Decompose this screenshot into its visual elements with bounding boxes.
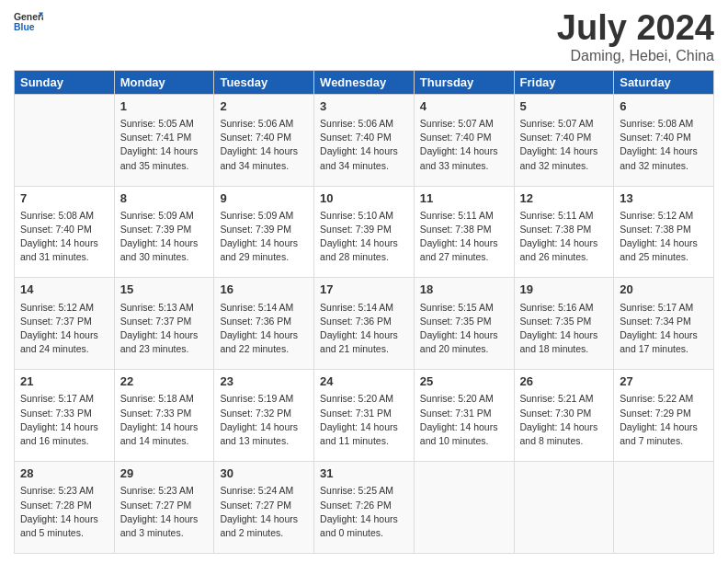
day-number: 16 [220,282,308,298]
week-row-0: 1Sunrise: 5:05 AM Sunset: 7:41 PM Daylig… [15,94,714,186]
day-number: 10 [320,190,408,207]
calendar-cell: 15Sunrise: 5:13 AM Sunset: 7:37 PM Dayli… [114,278,214,370]
col-saturday: Saturday [614,70,714,94]
day-number: 15 [120,282,209,298]
day-number: 22 [120,373,209,390]
day-number: 20 [620,282,708,298]
calendar-cell: 31Sunrise: 5:25 AM Sunset: 7:26 PM Dayli… [314,462,415,554]
week-row-4: 28Sunrise: 5:23 AM Sunset: 7:28 PM Dayli… [15,462,714,554]
cell-info: Sunrise: 5:09 AM Sunset: 7:39 PM Dayligh… [220,209,308,265]
day-number: 2 [220,98,308,115]
svg-text:General: General [14,12,43,22]
day-number: 1 [120,98,209,115]
day-number: 8 [120,190,209,207]
calendar-cell: 7Sunrise: 5:08 AM Sunset: 7:40 PM Daylig… [15,186,115,278]
cell-info: Sunrise: 5:20 AM Sunset: 7:31 PM Dayligh… [320,392,408,448]
day-number: 14 [20,282,108,298]
calendar-cell: 25Sunrise: 5:20 AM Sunset: 7:31 PM Dayli… [414,370,514,462]
day-number: 11 [420,190,508,207]
day-number: 13 [620,190,708,207]
day-number: 23 [220,373,308,390]
cell-info: Sunrise: 5:11 AM Sunset: 7:38 PM Dayligh… [420,209,508,265]
calendar-cell: 2Sunrise: 5:06 AM Sunset: 7:40 PM Daylig… [214,94,314,186]
calendar-cell [614,462,714,554]
calendar-cell: 13Sunrise: 5:12 AM Sunset: 7:38 PM Dayli… [614,186,714,278]
page: General Blue July 2024 Daming, Hebei, Ch… [0,0,728,563]
header: General Blue July 2024 Daming, Hebei, Ch… [14,9,714,64]
day-number: 24 [320,373,408,390]
col-monday: Monday [114,70,214,94]
day-number: 6 [620,98,708,115]
day-number: 25 [420,373,508,390]
calendar-cell: 16Sunrise: 5:14 AM Sunset: 7:36 PM Dayli… [214,278,314,370]
day-number: 4 [420,98,508,115]
calendar-cell: 12Sunrise: 5:11 AM Sunset: 7:38 PM Dayli… [514,186,614,278]
calendar-cell: 14Sunrise: 5:12 AM Sunset: 7:37 PM Dayli… [15,278,115,370]
calendar-cell: 21Sunrise: 5:17 AM Sunset: 7:33 PM Dayli… [15,370,115,462]
cell-info: Sunrise: 5:14 AM Sunset: 7:36 PM Dayligh… [220,301,308,357]
cell-info: Sunrise: 5:07 AM Sunset: 7:40 PM Dayligh… [420,117,508,173]
calendar-cell: 19Sunrise: 5:16 AM Sunset: 7:35 PM Dayli… [514,278,614,370]
day-number: 30 [220,465,308,482]
col-thursday: Thursday [414,70,514,94]
cell-info: Sunrise: 5:22 AM Sunset: 7:29 PM Dayligh… [620,392,708,448]
cell-info: Sunrise: 5:16 AM Sunset: 7:35 PM Dayligh… [520,301,609,357]
cell-info: Sunrise: 5:06 AM Sunset: 7:40 PM Dayligh… [320,117,408,173]
calendar-cell [15,94,115,186]
calendar-cell: 27Sunrise: 5:22 AM Sunset: 7:29 PM Dayli… [614,370,714,462]
cell-info: Sunrise: 5:24 AM Sunset: 7:27 PM Dayligh… [220,484,308,540]
week-row-1: 7Sunrise: 5:08 AM Sunset: 7:40 PM Daylig… [15,186,714,278]
cell-info: Sunrise: 5:13 AM Sunset: 7:37 PM Dayligh… [120,301,209,357]
day-number: 17 [320,282,408,298]
cell-info: Sunrise: 5:21 AM Sunset: 7:30 PM Dayligh… [520,392,609,448]
header-row: Sunday Monday Tuesday Wednesday Thursday… [15,70,714,94]
cell-info: Sunrise: 5:08 AM Sunset: 7:40 PM Dayligh… [620,117,708,173]
calendar-cell: 4Sunrise: 5:07 AM Sunset: 7:40 PM Daylig… [414,94,514,186]
calendar-cell: 18Sunrise: 5:15 AM Sunset: 7:35 PM Dayli… [414,278,514,370]
cell-info: Sunrise: 5:08 AM Sunset: 7:40 PM Dayligh… [20,209,108,265]
cell-info: Sunrise: 5:20 AM Sunset: 7:31 PM Dayligh… [420,392,508,448]
cell-info: Sunrise: 5:19 AM Sunset: 7:32 PM Dayligh… [220,392,308,448]
day-number: 12 [520,190,609,207]
cell-info: Sunrise: 5:18 AM Sunset: 7:33 PM Dayligh… [120,392,209,448]
day-number: 7 [20,190,108,207]
cell-info: Sunrise: 5:17 AM Sunset: 7:34 PM Dayligh… [620,301,708,357]
col-wednesday: Wednesday [314,70,415,94]
day-number: 21 [20,373,108,390]
title-block: July 2024 Daming, Hebei, China [557,9,714,64]
col-sunday: Sunday [15,70,115,94]
day-number: 18 [420,282,508,298]
svg-text:Blue: Blue [14,22,35,32]
day-number: 5 [520,98,609,115]
cell-info: Sunrise: 5:15 AM Sunset: 7:35 PM Dayligh… [420,301,508,357]
cell-info: Sunrise: 5:23 AM Sunset: 7:27 PM Dayligh… [120,484,209,540]
cell-info: Sunrise: 5:23 AM Sunset: 7:28 PM Dayligh… [20,484,108,540]
calendar-cell [514,462,614,554]
day-number: 31 [320,465,408,482]
calendar-cell: 5Sunrise: 5:07 AM Sunset: 7:40 PM Daylig… [514,94,614,186]
cell-info: Sunrise: 5:12 AM Sunset: 7:37 PM Dayligh… [20,301,108,357]
calendar-cell: 30Sunrise: 5:24 AM Sunset: 7:27 PM Dayli… [214,462,314,554]
main-title: July 2024 [557,9,714,48]
calendar-cell: 9Sunrise: 5:09 AM Sunset: 7:39 PM Daylig… [214,186,314,278]
day-number: 19 [520,282,609,298]
calendar-cell: 10Sunrise: 5:10 AM Sunset: 7:39 PM Dayli… [314,186,415,278]
cell-info: Sunrise: 5:10 AM Sunset: 7:39 PM Dayligh… [320,209,408,265]
day-number: 28 [20,465,108,482]
cell-info: Sunrise: 5:14 AM Sunset: 7:36 PM Dayligh… [320,301,408,357]
calendar-cell: 6Sunrise: 5:08 AM Sunset: 7:40 PM Daylig… [614,94,714,186]
cell-info: Sunrise: 5:17 AM Sunset: 7:33 PM Dayligh… [20,392,108,448]
week-row-3: 21Sunrise: 5:17 AM Sunset: 7:33 PM Dayli… [15,370,714,462]
day-number: 3 [320,98,408,115]
day-number: 29 [120,465,209,482]
calendar-cell [414,462,514,554]
cell-info: Sunrise: 5:07 AM Sunset: 7:40 PM Dayligh… [520,117,609,173]
cell-info: Sunrise: 5:09 AM Sunset: 7:39 PM Dayligh… [120,209,209,265]
calendar-cell: 24Sunrise: 5:20 AM Sunset: 7:31 PM Dayli… [314,370,415,462]
calendar-cell: 23Sunrise: 5:19 AM Sunset: 7:32 PM Dayli… [214,370,314,462]
calendar-cell: 1Sunrise: 5:05 AM Sunset: 7:41 PM Daylig… [114,94,214,186]
day-number: 26 [520,373,609,390]
cell-info: Sunrise: 5:06 AM Sunset: 7:40 PM Dayligh… [220,117,308,173]
day-number: 27 [620,373,708,390]
calendar-cell: 3Sunrise: 5:06 AM Sunset: 7:40 PM Daylig… [314,94,415,186]
